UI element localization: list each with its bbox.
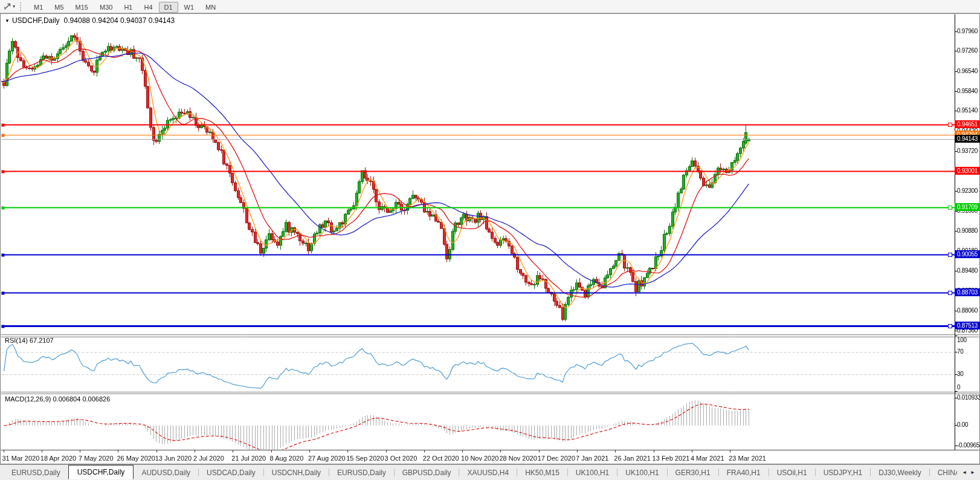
chart-tab-eurusd-daily[interactable]: EURUSD,Daily (329, 466, 394, 479)
chart-symbol-period: USDCHF,Daily (12, 16, 60, 25)
trading-terminal: ▾ M1M5M15M30H1H4D1W1MN ▼USDCHF,Daily0.94… (0, 0, 980, 480)
chart-tab-usdchf-daily[interactable]: USDCHF,Daily (68, 465, 134, 479)
timeframe-button-w1[interactable]: W1 (179, 2, 200, 13)
chevron-down-icon[interactable]: ▾ (13, 4, 15, 9)
tabs-scroll-right-icon[interactable]: ► (970, 470, 975, 475)
chart-tab-ger30-h1[interactable]: GER30,H1 (668, 466, 718, 479)
chart-tabs-bar: EURUSD,DailyUSDCHF,DailyAUDUSD,DailyUSDC… (0, 464, 980, 480)
chart-tab-usdjpy-h1[interactable]: USDJPY,H1 (816, 466, 870, 479)
price-chart-canvas[interactable] (0, 0, 980, 480)
tabs-scroll-left-icon[interactable]: ◄ (962, 470, 967, 475)
chart-title: ▼USDCHF,Daily0.94088 0.94204 0.94037 0.9… (5, 16, 175, 25)
timeframe-button-m30[interactable]: M30 (94, 2, 118, 13)
timeframe-button-mn[interactable]: MN (200, 2, 221, 13)
timeframe-button-m15[interactable]: M15 (70, 2, 94, 13)
timeframe-button-m5[interactable]: M5 (49, 2, 69, 13)
chart-tab-xauusd-h4[interactable]: XAUUSD,H4 (459, 466, 517, 479)
chart-tab-uk100-h1[interactable]: UK100,H1 (568, 466, 617, 479)
chart-tab-eurusd-daily[interactable]: EURUSD,Daily (4, 466, 68, 479)
timeframe-button-h1[interactable]: H1 (118, 2, 138, 13)
chart-tab-hk50-m15[interactable]: HK50,M15 (517, 466, 567, 479)
timeframe-button-d1[interactable]: D1 (159, 2, 178, 13)
chart-tab-dj30-weekly[interactable]: DJ30,Weekly (871, 466, 929, 479)
chart-tab-fra40-h1[interactable]: FRA40,H1 (719, 466, 769, 479)
timeframe-button-m1[interactable]: M1 (28, 2, 48, 13)
collapse-triangle-icon[interactable]: ▼ (5, 18, 10, 24)
chart-ohlc-values: 0.94088 0.94204 0.94037 0.94143 (64, 16, 175, 25)
timeframe-buttons: M1M5M15M30H1H4D1W1MN (28, 1, 222, 12)
tabs-scroll-arrows: ◄ ► (957, 465, 980, 480)
chart-tab-usdcad-daily[interactable]: USDCAD,Daily (199, 466, 263, 479)
toolbar-grip (20, 2, 23, 11)
chart-tab-gbpusd-daily[interactable]: GBPUSD,Daily (395, 466, 459, 479)
timeframe-toolbar: ▾ M1M5M15M30H1H4D1W1MN (0, 0, 980, 13)
timeframe-button-h4[interactable]: H4 (138, 2, 158, 13)
chart-cursor-icon[interactable] (3, 2, 12, 11)
chart-tab-usoil-h1[interactable]: USOil,H1 (769, 466, 815, 479)
macd-indicator-label: MACD(12,26,9) 0.006804 0.006826 (5, 395, 110, 403)
chart-tab-uk100-h1[interactable]: UK100,H1 (617, 466, 666, 479)
rsi-indicator-label: RSI(14) 67.2107 (5, 337, 54, 344)
chart-tab-usdcnh-daily[interactable]: USDCNH,Daily (264, 466, 329, 479)
chart-tab-audusd-daily[interactable]: AUDUSD,Daily (134, 466, 198, 479)
